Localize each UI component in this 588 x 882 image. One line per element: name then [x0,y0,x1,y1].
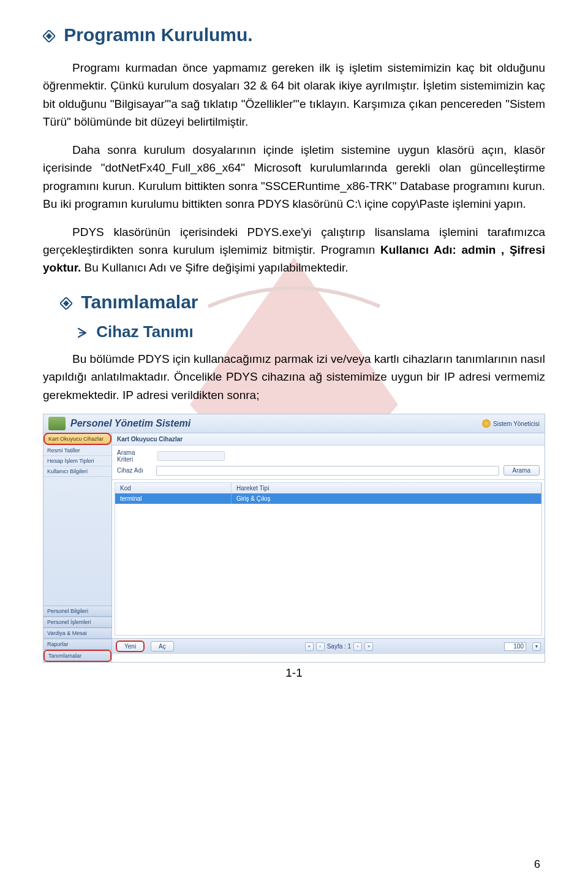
paragraph-2: Daha sonra kurulum dosyalarının içinde i… [43,141,545,213]
sysadmin-text: Sistem Yöneticisi [493,420,540,427]
paragraph-4: Bu bölümde PDYS için kullanacağımız parm… [43,350,545,404]
paragraph-1: Programı kurmadan önce yapmamız gereken … [43,59,545,131]
pager-last-icon[interactable]: » [364,642,373,651]
heading-program-kurulumu: Programın Kurulumu. [43,25,545,45]
search-bar: Arama Kriteri Cihaz Adı Arama [112,446,545,480]
heading-tanimlamalar: Tanımlamalar [60,292,545,313]
pagesize-input[interactable]: 100 [504,642,526,651]
app-screenshot: Personel Yönetim Sistemi Sistem Yönetici… [43,414,545,663]
sidebar-group-personel-islemleri[interactable]: Personel İşlemleri [43,617,111,628]
sidebar-group-raporlar[interactable]: Raporlar [43,639,111,650]
pager: « ‹ Sayfa : 1 › » [305,642,373,651]
heading-text: Cihaz Tanımı [96,322,193,341]
grid-empty-area [115,504,541,635]
heading-cihaz-tanimi: Cihaz Tanımı [77,322,545,341]
svg-rect-3 [63,300,69,306]
label-cihaz-adi: Cihaz Adı [117,467,153,474]
heading-text: Programın Kurulumu. [64,25,252,45]
figure-caption: 1-1 [43,666,545,680]
heading-text: Tanımlamalar [81,292,198,312]
sidebar-group-tanimlamalar[interactable]: Tanımlamalar [43,650,111,662]
app-title: Personel Yönetim Sistemi [70,418,190,429]
paragraph-3: PDYS klasörünün içerisindeki PDYS.exe'yi… [43,223,545,277]
arrow-bullet-icon [77,324,88,335]
cihaz-adi-input[interactable] [156,466,499,476]
cell-hareket: Giriş & Çıkış [232,493,541,504]
arama-kriteri-select[interactable] [157,451,225,461]
breadcrumb: Kart Okuyucu Cihazlar [112,433,545,446]
grid-header: Kod Hareket Tipi [115,483,541,493]
main-pane: Kart Okuyucu Cihazlar Arama Kriteri Ciha… [112,433,545,662]
ac-button[interactable]: Aç [151,641,174,652]
sidebar-item-kullanici-bilgileri[interactable]: Kullanıcı Bilgileri [43,466,111,477]
pager-prev-icon[interactable]: ‹ [316,642,325,651]
diamond-bullet-icon [60,293,72,305]
pagesize-dropdown-icon[interactable]: ▾ [532,642,541,651]
paragraph-3c: Bu Kullanıcı Adı ve Şifre değişimi yapıl… [85,261,349,274]
user-icon [482,419,491,428]
table-row[interactable]: terminal Giriş & Çıkış [115,493,541,504]
pager-first-icon[interactable]: « [305,642,314,651]
column-kod[interactable]: Kod [115,483,232,493]
page-number: 6 [534,858,540,871]
sidebar-item-resmi-tatiller[interactable]: Resmi Tatiller [43,446,111,456]
sidebar-group-personel-bilgileri[interactable]: Personel Bilgileri [43,606,111,617]
pager-label: Sayfa : 1 [327,643,351,650]
bottom-toolbar: Yeni Aç « ‹ Sayfa : 1 › » 100 ▾ [112,638,545,654]
yeni-button[interactable]: Yeni [116,641,145,652]
column-hareket-tipi[interactable]: Hareket Tipi [232,483,541,493]
app-titlebar: Personel Yönetim Sistemi Sistem Yönetici… [43,414,545,433]
label-arama-kriteri: Arama Kriteri [117,449,153,463]
sidebar-item-hesap-islem[interactable]: Hesap İşlem Tipleri [43,456,111,466]
pager-next-icon[interactable]: › [353,642,362,651]
search-button[interactable]: Arama [503,465,540,476]
sidebar: Kart Okuyucu Cihazlar Resmi Tatiller Hes… [43,433,112,662]
app-logo-icon [48,417,66,430]
sidebar-group-vardiya-mesai[interactable]: Vardiya & Mesai [43,628,111,639]
diamond-bullet-icon [43,26,55,38]
cell-kod: terminal [115,493,232,504]
system-admin-label[interactable]: Sistem Yöneticisi [482,419,540,428]
data-grid: Kod Hareket Tipi terminal Giriş & Çıkış [115,482,542,636]
svg-rect-1 [46,33,52,39]
sidebar-item-kart-okuyucu[interactable]: Kart Okuyucu Cihazlar [43,433,111,445]
